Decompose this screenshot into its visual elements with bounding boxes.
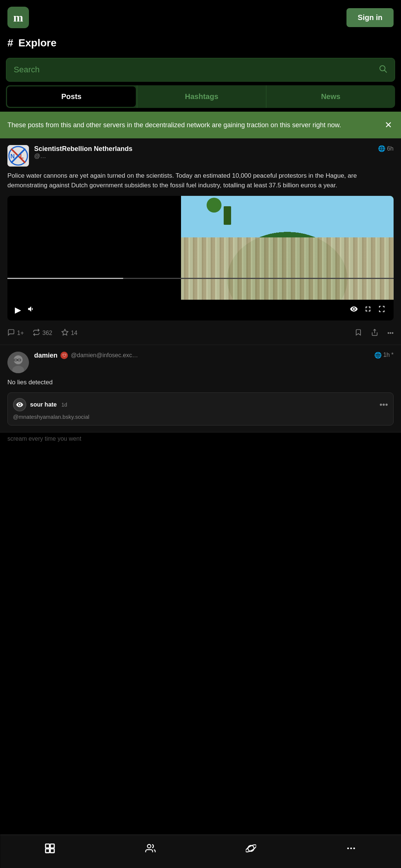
post-1-time: 6h bbox=[387, 145, 394, 152]
svg-line-1 bbox=[385, 70, 387, 73]
comment-count: 1+ bbox=[17, 330, 24, 336]
star-icon bbox=[61, 329, 69, 338]
quoted-post[interactable]: sour hate 1d ••• @mnateshyamalan.bsky.so… bbox=[7, 392, 394, 425]
bookmark-icon bbox=[355, 329, 362, 338]
post-2-avatar bbox=[7, 352, 29, 373]
video-controls-bar: ▶ bbox=[7, 300, 394, 320]
expand-button[interactable] bbox=[362, 303, 374, 317]
post-1: N L ScientistRebellion Netherlands @… 🌐 … bbox=[0, 138, 401, 345]
search-bar[interactable] bbox=[6, 58, 395, 82]
post-1-author-name: ScientistRebellion Netherlands bbox=[34, 145, 132, 153]
quoted-eye-icon bbox=[14, 399, 26, 411]
video-player[interactable]: ▶ bbox=[7, 196, 394, 320]
crowd-people bbox=[181, 237, 394, 300]
logo: m bbox=[7, 7, 29, 28]
bottom-nav bbox=[0, 835, 401, 868]
avatar-damien-image bbox=[7, 352, 29, 373]
svg-point-24 bbox=[350, 848, 352, 849]
post-2-author-name: damien bbox=[34, 352, 57, 359]
boost-icon bbox=[33, 329, 40, 338]
post-2-author-info: damien 🛡 @damien@infosec.exc… bbox=[34, 352, 138, 359]
share-icon bbox=[371, 329, 378, 338]
more-button[interactable]: ••• bbox=[387, 330, 394, 336]
quoted-name-group: sour hate 1d bbox=[30, 401, 67, 408]
svg-rect-17 bbox=[50, 844, 55, 848]
search-input[interactable] bbox=[14, 65, 378, 75]
eye-button[interactable] bbox=[348, 303, 359, 317]
logo-letter: m bbox=[13, 11, 23, 24]
svg-point-11 bbox=[14, 355, 23, 364]
explore-header: # Explore bbox=[0, 32, 401, 54]
fullscreen-button[interactable] bbox=[377, 303, 388, 317]
video-dark-side bbox=[7, 196, 181, 300]
info-banner-text: These posts from this and other servers … bbox=[7, 120, 377, 130]
sign-in-button[interactable]: Sign in bbox=[346, 8, 394, 27]
post-2-time-suffix: * bbox=[391, 352, 394, 358]
svg-rect-18 bbox=[46, 849, 49, 853]
partial-text: scream every time you went bbox=[0, 433, 401, 487]
post-1-time-row: 🌐 6h bbox=[378, 145, 394, 152]
globe-icon-1: 🌐 bbox=[378, 145, 385, 152]
svg-point-25 bbox=[353, 848, 355, 849]
svg-text:N: N bbox=[10, 153, 15, 160]
close-banner-button[interactable]: ✕ bbox=[383, 118, 394, 132]
info-banner: These posts from this and other servers … bbox=[0, 112, 401, 138]
post-1-content: Police water cannons are yet again turne… bbox=[7, 171, 394, 191]
post-1-avatar: N L bbox=[7, 145, 29, 167]
quoted-more-icon[interactable]: ••• bbox=[379, 400, 388, 410]
quoted-author-name: sour hate bbox=[30, 401, 57, 408]
post-2-handle: @damien@infosec.exc… bbox=[71, 352, 138, 359]
post-2-author-row: damien 🛡 @damien@infosec.exc… 🌐 1h * bbox=[34, 352, 394, 359]
avatar-image: N L bbox=[7, 145, 29, 167]
post-2-name-row: damien 🛡 @damien@infosec.exc… bbox=[34, 352, 138, 359]
boost-button[interactable]: 362 bbox=[33, 329, 52, 338]
favorite-button[interactable]: 14 bbox=[61, 329, 78, 338]
tree-top bbox=[207, 198, 221, 213]
video-progress-fill bbox=[7, 278, 123, 279]
post-2-time-row: 🌐 1h * bbox=[374, 352, 394, 359]
video-scene bbox=[181, 196, 394, 300]
video-thumbnail bbox=[7, 196, 394, 300]
video-progress-track[interactable] bbox=[7, 278, 394, 279]
tab-news[interactable]: News bbox=[266, 85, 395, 108]
nav-more-button[interactable] bbox=[338, 840, 364, 859]
post-1-header: N L ScientistRebellion Netherlands @… 🌐 … bbox=[7, 145, 394, 167]
play-button[interactable]: ▶ bbox=[13, 304, 23, 316]
volume-button[interactable] bbox=[26, 303, 37, 317]
tab-posts[interactable]: Posts bbox=[7, 86, 136, 107]
comment-icon bbox=[7, 329, 15, 338]
page-title: Explore bbox=[19, 37, 57, 49]
nav-people-button[interactable] bbox=[138, 840, 164, 859]
share-button[interactable] bbox=[371, 329, 378, 338]
post-1-author-row: ScientistRebellion Netherlands @… 🌐 6h bbox=[34, 145, 394, 160]
quoted-avatar bbox=[13, 398, 26, 411]
svg-text:L: L bbox=[20, 153, 24, 160]
post-1-actions: 1+ 362 14 bbox=[7, 326, 394, 338]
comment-button[interactable]: 1+ bbox=[7, 329, 24, 338]
post-1-handle: @… bbox=[34, 153, 132, 160]
tab-bar: Posts Hashtags News bbox=[6, 85, 395, 108]
app-header: m Sign in bbox=[0, 0, 401, 32]
post-2-time: 1h bbox=[383, 352, 390, 358]
svg-marker-8 bbox=[62, 329, 68, 335]
bookmark-button[interactable] bbox=[355, 329, 362, 338]
tree-trunk bbox=[224, 206, 231, 225]
post-2-content: No lies detected bbox=[7, 378, 394, 387]
quoted-time: 1d bbox=[61, 402, 67, 408]
quoted-header: sour hate 1d ••• bbox=[13, 398, 388, 411]
svg-rect-16 bbox=[46, 844, 49, 848]
nav-planet-button[interactable] bbox=[238, 840, 263, 859]
svg-point-20 bbox=[147, 845, 151, 848]
globe-icon-2: 🌐 bbox=[374, 352, 382, 359]
verified-badge: 🛡 bbox=[60, 352, 68, 359]
svg-rect-19 bbox=[50, 849, 55, 853]
post-2: damien 🛡 @damien@infosec.exc… 🌐 1h * No … bbox=[0, 345, 401, 433]
more-icon: ••• bbox=[387, 330, 394, 336]
svg-point-23 bbox=[347, 848, 349, 849]
nav-explore-button[interactable] bbox=[37, 840, 63, 859]
search-icon bbox=[378, 64, 387, 75]
boost-count: 362 bbox=[42, 330, 52, 336]
hash-icon: # bbox=[7, 37, 13, 49]
quoted-handle: @mnateshyamalan.bsky.social bbox=[13, 414, 388, 420]
tab-hashtags[interactable]: Hashtags bbox=[137, 85, 266, 108]
